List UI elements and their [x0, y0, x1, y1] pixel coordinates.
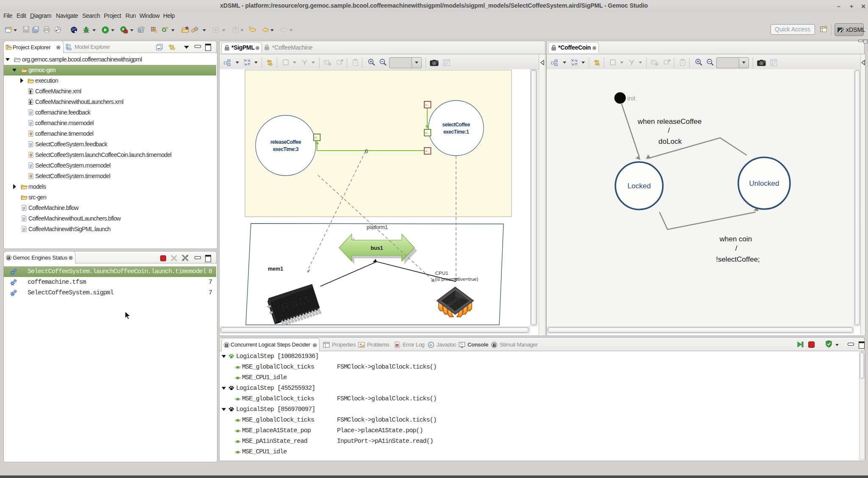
svg-text:p1..: p1.. — [425, 103, 428, 106]
svg-text:execTime:3: execTime:3 — [273, 146, 299, 152]
svg-text:Unlocked: Unlocked — [749, 179, 779, 187]
svg-text:bus1: bus1 — [370, 245, 383, 251]
svg-text:G: G — [139, 29, 141, 32]
svg-text:doLock: doLock — [659, 137, 682, 145]
svg-text:/: / — [668, 126, 670, 134]
svg-text:6: 6 — [365, 148, 368, 154]
svg-text:releaseCoffee: releaseCoffee — [270, 139, 301, 145]
svg-text:selectCoffee: selectCoffee — [442, 122, 470, 128]
svg-text:when releaseCoffee: when releaseCoffee — [637, 117, 702, 126]
svg-text:a: a — [430, 343, 432, 347]
svg-text:!selectCoffee;: !selectCoffee; — [716, 255, 760, 263]
svg-text:G: G — [162, 26, 167, 33]
svg-text:init: init — [627, 95, 636, 102]
svg-text:Locked: Locked — [628, 182, 651, 190]
svg-text:p1..: p1.. — [314, 136, 318, 139]
svg-text:execTime:1: execTime:1 — [443, 129, 469, 135]
svg-text:p1..: p1.. — [425, 131, 428, 134]
svg-text:/: / — [735, 244, 737, 252]
svg-text:p1..: p1.. — [425, 150, 428, 152]
svg-text:when coin: when coin — [719, 235, 752, 243]
svg-text:(is preemptive=true): (is preemptive=true) — [435, 277, 479, 282]
svg-text:CPU1: CPU1 — [435, 271, 448, 276]
svg-text:platform1: platform1 — [367, 224, 388, 230]
svg-text:mem1: mem1 — [268, 266, 283, 272]
